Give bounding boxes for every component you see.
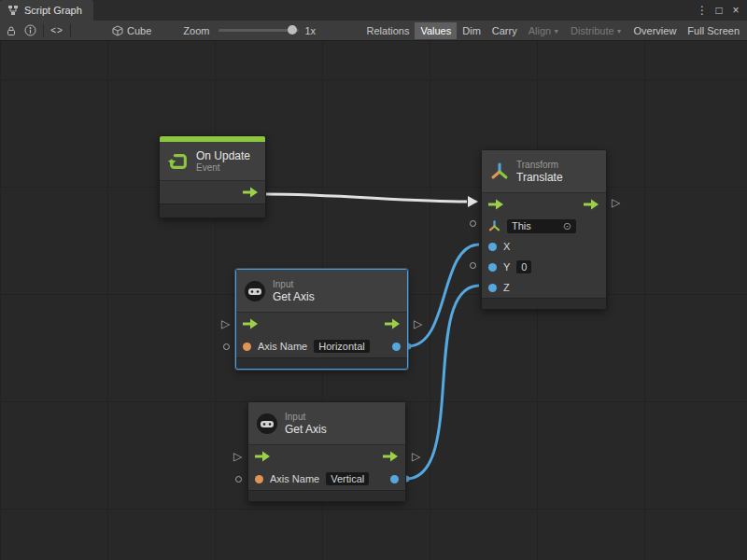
value-output-port[interactable] bbox=[392, 343, 401, 351]
getaxis-v-axisname-hotspot[interactable] bbox=[235, 476, 242, 483]
flow-output-port[interactable] bbox=[243, 187, 259, 198]
zoom-label: Zoom bbox=[183, 25, 209, 36]
flow-input-port[interactable] bbox=[255, 451, 271, 462]
getaxis-h-axisname-hotspot[interactable] bbox=[223, 343, 230, 350]
tab-script-graph[interactable]: Script Graph bbox=[0, 0, 93, 21]
carry-button[interactable]: Carry bbox=[486, 22, 523, 39]
port-label-y: Y bbox=[503, 261, 510, 273]
zoom-slider-handle[interactable] bbox=[288, 25, 297, 35]
toolbar-separator bbox=[43, 24, 44, 37]
code-view-icon[interactable]: <> bbox=[48, 22, 66, 39]
node-get-axis-vertical[interactable]: Input Get Axis Axis Name Vertic bbox=[247, 401, 406, 502]
port-label-z: Z bbox=[503, 282, 510, 293]
dim-button[interactable]: Dim bbox=[457, 22, 486, 39]
flow-output-port[interactable] bbox=[383, 451, 399, 462]
node-title: Get Axis bbox=[273, 290, 315, 303]
flow-input-port[interactable] bbox=[243, 318, 259, 329]
node-subtitle: Event bbox=[196, 162, 250, 174]
getaxis-h-flow-in-hotspot[interactable]: ▷ bbox=[221, 318, 230, 329]
port-row-flow bbox=[160, 181, 265, 203]
port-row-flow bbox=[236, 313, 407, 335]
axis-name-label: Axis Name bbox=[270, 473, 319, 484]
port-row-flow bbox=[248, 445, 405, 468]
translate-this-hotspot[interactable] bbox=[470, 220, 476, 227]
overview-button[interactable]: Overview bbox=[628, 22, 683, 39]
tab-label: Script Graph bbox=[24, 5, 82, 16]
chevron-down-icon: ▼ bbox=[553, 28, 559, 35]
node-subtitle: Input bbox=[285, 412, 327, 423]
graph-toolbar: <> Cube Zoom 1x Relations Values Dim Car… bbox=[0, 21, 747, 41]
fullscreen-button[interactable]: Full Screen bbox=[682, 22, 745, 39]
x-input-port[interactable] bbox=[488, 243, 497, 251]
getaxis-v-flow-in-hotspot[interactable]: ▷ bbox=[233, 451, 242, 462]
script-graph-icon bbox=[7, 5, 19, 16]
value-output-port[interactable] bbox=[390, 475, 399, 483]
script-graph-window: Script Graph ⋮ □ × <> bbox=[0, 0, 747, 560]
port-label-x: X bbox=[503, 241, 510, 252]
node-footer bbox=[248, 490, 405, 501]
y-input-port[interactable] bbox=[488, 263, 497, 272]
node-title: On Update bbox=[196, 149, 250, 162]
node-translate[interactable]: Transform Translate bbox=[481, 149, 607, 310]
window-menu-button[interactable]: ⋮ bbox=[695, 4, 710, 17]
lock-icon[interactable] bbox=[2, 22, 21, 39]
chevron-down-icon: ▼ bbox=[616, 28, 623, 35]
toolbar-separator bbox=[70, 24, 71, 37]
info-icon[interactable] bbox=[21, 22, 39, 39]
z-input-port[interactable] bbox=[488, 284, 497, 292]
distribute-dropdown[interactable]: Distribute▼ bbox=[565, 22, 627, 39]
translate-flow-out-hotspot[interactable]: ▷ bbox=[612, 197, 620, 208]
node-header: On Update Event bbox=[160, 142, 265, 181]
flow-output-port[interactable] bbox=[385, 318, 401, 329]
toolbar-buttons: Relations Values Dim Carry Align▼ Distri… bbox=[361, 22, 745, 39]
flow-input-port[interactable] bbox=[488, 199, 504, 210]
axis-name-field[interactable]: Horizontal bbox=[314, 340, 370, 353]
node-get-axis-horizontal[interactable]: Input Get Axis Axis Name Horizo bbox=[235, 269, 408, 370]
node-title: Get Axis bbox=[285, 423, 327, 436]
axis-name-input-port[interactable] bbox=[255, 475, 263, 483]
align-dropdown[interactable]: Align▼ bbox=[523, 22, 565, 39]
axis-name-input-port[interactable] bbox=[243, 343, 251, 351]
port-row-y: Y 0 bbox=[482, 257, 606, 277]
axis-name-field[interactable]: Vertical bbox=[326, 472, 369, 485]
on-update-icon bbox=[168, 151, 189, 172]
window-titlebar: Script Graph ⋮ □ × bbox=[0, 0, 747, 21]
gamepad-icon bbox=[257, 413, 277, 434]
node-header: Input Get Axis bbox=[248, 402, 405, 445]
port-row-axis-name: Axis Name Horizontal bbox=[236, 335, 407, 357]
node-header: Input Get Axis bbox=[236, 270, 407, 313]
window-controls: ⋮ □ × bbox=[695, 0, 747, 21]
getaxis-h-flow-out-hotspot[interactable]: ▷ bbox=[414, 318, 422, 329]
port-row-flow bbox=[482, 193, 606, 216]
cube-icon bbox=[112, 25, 123, 36]
y-value-field[interactable]: 0 bbox=[516, 260, 531, 273]
node-footer bbox=[236, 357, 407, 369]
window-maximize-button[interactable]: □ bbox=[712, 4, 726, 17]
this-object-field[interactable]: This ⊙ bbox=[507, 219, 576, 233]
flow-wire-arrowhead bbox=[468, 196, 478, 207]
translate-y-hotspot[interactable] bbox=[470, 262, 476, 269]
node-subtitle: Input bbox=[273, 279, 315, 290]
port-row-z: Z bbox=[482, 277, 606, 298]
port-row-x: X bbox=[482, 236, 606, 257]
window-close-button[interactable]: × bbox=[728, 4, 743, 17]
transform-mini-icon bbox=[488, 220, 500, 232]
graph-target-breadcrumb[interactable]: Cube bbox=[112, 25, 151, 36]
values-button[interactable]: Values bbox=[415, 22, 457, 39]
getaxis-v-flow-out-hotspot[interactable]: ▷ bbox=[412, 451, 420, 462]
object-picker-icon[interactable]: ⊙ bbox=[563, 220, 571, 232]
node-subtitle: Transform bbox=[516, 160, 563, 171]
node-footer bbox=[160, 203, 265, 217]
node-footer bbox=[482, 298, 606, 309]
port-row-axis-name: Axis Name Vertical bbox=[248, 468, 405, 490]
node-on-update[interactable]: On Update Event bbox=[159, 135, 266, 218]
node-header: Transform Translate bbox=[482, 150, 606, 193]
zoom-slider[interactable] bbox=[218, 29, 299, 32]
axis-name-label: Axis Name bbox=[258, 341, 307, 352]
zoom-value: 1x bbox=[304, 25, 316, 36]
node-title: Translate bbox=[516, 171, 563, 184]
transform-icon bbox=[490, 162, 509, 181]
flow-output-port[interactable] bbox=[584, 199, 599, 210]
gamepad-icon bbox=[245, 281, 265, 301]
relations-button[interactable]: Relations bbox=[361, 22, 416, 39]
